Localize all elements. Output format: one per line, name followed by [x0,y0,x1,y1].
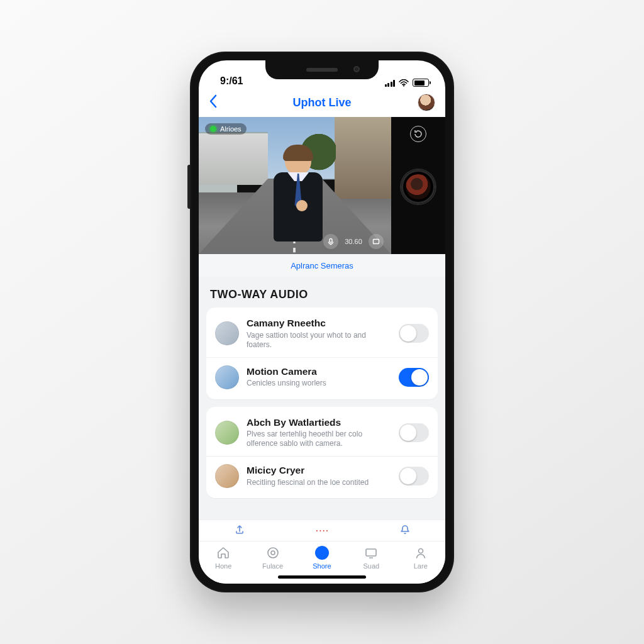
setting-row[interactable]: Camany Rneethc Vage sattion toolst your … [206,310,438,357]
front-camera-dot [353,66,360,72]
row-title: Abch By Watlartieds [247,417,391,429]
wifi-icon [399,79,409,87]
eye-icon [265,545,280,560]
settings-card-2: Abch By Watlartieds Plves sar tertehlig … [206,407,438,499]
row-desc: Vage sattion toolst your whot to and foa… [247,331,391,350]
svg-rect-5 [366,549,376,556]
speaker-grill [306,68,338,72]
expand-icon[interactable] [369,234,384,249]
home-icon [216,545,231,560]
row-desc: Recitling fiescinal on the loe contited [247,478,391,487]
tab-label: Shore [313,562,331,570]
toggle-switch[interactable] [399,324,429,343]
status-time: 9:/61 [220,75,243,87]
tab-label: Suad [364,562,380,570]
svg-point-4 [271,551,275,555]
svg-rect-1 [330,239,332,243]
row-desc: Cenicles unsing worlers [247,379,391,388]
settings-content: TWO-WAY AUDIO Camany Rneethc Vage sattio… [199,277,445,519]
tab-shore[interactable]: Shore [303,545,341,570]
nav-header: Uphot Live [199,88,445,117]
toggle-switch[interactable] [399,423,429,442]
live-badge-label: Alrioes [220,125,242,133]
tab-lare[interactable]: Lare [402,545,440,570]
settings-card-1: Camany Rneethc Vage sattion toolst your … [206,308,438,399]
battery-icon [413,79,429,87]
live-badge: Alrioes [205,123,247,135]
setting-row[interactable]: Motion Camera Cenicles unsing worlers [206,357,438,397]
phone-frame: 9:/61 Uphot Live [190,52,454,592]
cameras-link[interactable]: Aplranc Semeras [199,254,445,277]
tab-home[interactable]: Hone [204,545,242,570]
profile-avatar[interactable] [418,94,435,111]
monitor-icon [364,545,379,560]
row-thumbnail [215,365,239,389]
screen: 9:/61 Uphot Live [199,60,445,584]
page-title: Uphot Live [293,96,352,109]
mic-icon[interactable] [323,234,338,249]
row-title: Motion Camera [247,366,391,378]
tab-label: Lare [414,562,428,570]
svg-point-3 [268,548,278,558]
camera-lens-icon [401,170,435,204]
quick-action-bar: ∙∙∙∙ [199,519,445,541]
section-title: TWO-WAY AUDIO [206,280,438,308]
live-video[interactable]: Alrioes 30.60 [199,117,445,254]
svg-point-0 [403,85,404,86]
rotate-icon[interactable] [410,126,426,142]
tab-label: Fulace [262,562,283,570]
status-right [385,79,430,87]
row-thumbnail [215,464,239,488]
live-dot-icon [210,126,216,132]
toggle-switch[interactable] [399,368,429,387]
home-indicator[interactable] [278,575,366,579]
video-overlay-controls: 30.60 [199,234,391,249]
cellular-icon [385,79,396,87]
svg-point-6 [418,549,423,553]
row-title: Micicy Cryer [247,465,391,477]
tab-fulace[interactable]: Fulace [254,545,292,570]
record-indicator[interactable]: ∙∙∙∙ [316,526,329,535]
row-thumbnail [215,421,239,445]
row-desc: Plves sar tertehlig heoethl ber colo olf… [247,430,391,448]
row-title: Camany Rneethc [247,318,391,330]
share-dot-icon [314,545,330,560]
video-side-panel [391,117,445,254]
tab-suad[interactable]: Suad [352,545,390,570]
back-button[interactable] [208,94,219,111]
bell-icon[interactable] [400,524,410,538]
upload-icon[interactable] [234,524,245,538]
tab-label: Hone [215,562,231,570]
setting-row[interactable]: Micicy Cryer Recitling fiescinal on the … [206,456,438,496]
video-timestamp: 30.60 [345,238,362,245]
person-icon [413,545,428,560]
svg-rect-2 [373,240,379,244]
toggle-switch[interactable] [399,467,429,486]
setting-row[interactable]: Abch By Watlartieds Plves sar tertehlig … [206,409,438,457]
row-thumbnail [215,321,239,345]
cameras-link-label: Aplranc Semeras [291,261,353,270]
notch [265,60,379,79]
